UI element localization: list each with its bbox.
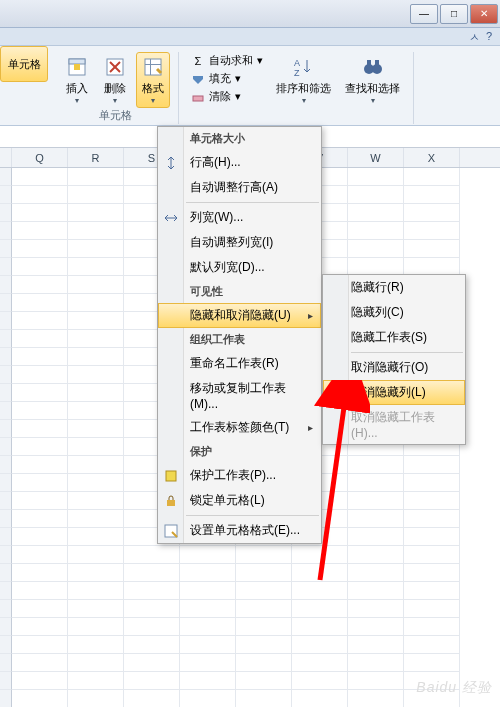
cell[interactable] <box>12 276 68 294</box>
cell[interactable] <box>12 528 68 546</box>
cell[interactable] <box>68 492 124 510</box>
menu-autofit-row[interactable]: 自动调整行高(A) <box>158 175 321 200</box>
cell[interactable] <box>236 654 292 672</box>
cell[interactable] <box>236 690 292 707</box>
cell[interactable] <box>292 564 348 582</box>
cell[interactable] <box>236 600 292 618</box>
cell[interactable] <box>12 546 68 564</box>
cell[interactable] <box>236 582 292 600</box>
cell[interactable] <box>404 240 460 258</box>
cell[interactable] <box>68 456 124 474</box>
cell[interactable] <box>12 492 68 510</box>
cell[interactable] <box>68 690 124 707</box>
cell[interactable] <box>348 528 404 546</box>
delete-button[interactable]: 删除 ▾ <box>98 52 132 108</box>
menu-col-width[interactable]: 列宽(W)... <box>158 205 321 230</box>
cell[interactable] <box>12 582 68 600</box>
cell[interactable] <box>0 456 12 474</box>
cell[interactable] <box>292 654 348 672</box>
cell[interactable] <box>12 420 68 438</box>
cell[interactable] <box>124 654 180 672</box>
clear-button[interactable]: 清除 ▾ <box>187 88 267 105</box>
submenu-unhide-cols[interactable]: 取消隐藏列(L) <box>323 380 465 405</box>
cell[interactable] <box>68 546 124 564</box>
cell[interactable] <box>404 600 460 618</box>
cell[interactable] <box>12 654 68 672</box>
menu-move-copy-sheet[interactable]: 移动或复制工作表(M)... <box>158 376 321 415</box>
cell[interactable] <box>0 366 12 384</box>
cell[interactable] <box>180 690 236 707</box>
cell[interactable] <box>348 618 404 636</box>
cell[interactable] <box>236 672 292 690</box>
cell[interactable] <box>0 222 12 240</box>
cell[interactable] <box>348 222 404 240</box>
find-select-button[interactable]: 查找和选择 ▾ <box>340 52 405 108</box>
cell[interactable] <box>0 654 12 672</box>
cell[interactable] <box>348 204 404 222</box>
cell[interactable] <box>68 240 124 258</box>
cell[interactable] <box>0 258 12 276</box>
cell[interactable] <box>0 564 12 582</box>
cell[interactable] <box>348 240 404 258</box>
cell[interactable] <box>236 546 292 564</box>
cell[interactable] <box>404 528 460 546</box>
cell[interactable] <box>12 294 68 312</box>
cell[interactable] <box>68 402 124 420</box>
cell[interactable] <box>404 222 460 240</box>
col-header[interactable]: W <box>348 148 404 167</box>
cell[interactable] <box>348 672 404 690</box>
cell[interactable] <box>68 474 124 492</box>
autosum-button[interactable]: Σ 自动求和 ▾ <box>187 52 267 69</box>
cell[interactable] <box>12 456 68 474</box>
cell[interactable] <box>348 492 404 510</box>
cell[interactable] <box>12 348 68 366</box>
menu-format-cells[interactable]: 设置单元格格式(E)... <box>158 518 321 543</box>
menu-hide-unhide[interactable]: 隐藏和取消隐藏(U) ▸ <box>158 303 321 328</box>
cell[interactable] <box>12 636 68 654</box>
cell[interactable] <box>180 654 236 672</box>
cell[interactable] <box>348 168 404 186</box>
cell[interactable] <box>0 600 12 618</box>
cell[interactable] <box>348 510 404 528</box>
menu-protect-sheet[interactable]: 保护工作表(P)... <box>158 463 321 488</box>
cell[interactable] <box>0 402 12 420</box>
cell[interactable] <box>0 384 12 402</box>
submenu-hide-sheet[interactable]: 隐藏工作表(S) <box>323 325 465 350</box>
cell[interactable] <box>12 474 68 492</box>
cell[interactable] <box>12 312 68 330</box>
menu-tab-color[interactable]: 工作表标签颜色(T) ▸ <box>158 415 321 440</box>
cell-styles-clipped[interactable]: 单元格 <box>0 46 48 82</box>
cell[interactable] <box>0 420 12 438</box>
cell[interactable] <box>12 618 68 636</box>
cell[interactable] <box>292 600 348 618</box>
cell[interactable] <box>68 420 124 438</box>
submenu-hide-cols[interactable]: 隐藏列(C) <box>323 300 465 325</box>
cell[interactable] <box>0 636 12 654</box>
cell[interactable] <box>12 402 68 420</box>
cell[interactable] <box>68 618 124 636</box>
cell[interactable] <box>404 654 460 672</box>
cell[interactable] <box>0 168 12 186</box>
cell[interactable] <box>0 582 12 600</box>
cell[interactable] <box>68 168 124 186</box>
cell[interactable] <box>68 258 124 276</box>
cell[interactable] <box>124 672 180 690</box>
cell[interactable] <box>68 438 124 456</box>
cell[interactable] <box>292 546 348 564</box>
cell[interactable] <box>68 582 124 600</box>
ribbon-collapse-icon[interactable]: ㅅ <box>469 30 480 43</box>
submenu-unhide-rows[interactable]: 取消隐藏行(O) <box>323 355 465 380</box>
cell[interactable] <box>348 600 404 618</box>
cell[interactable] <box>404 636 460 654</box>
cell[interactable] <box>0 672 12 690</box>
cell[interactable] <box>0 546 12 564</box>
cell[interactable] <box>348 690 404 707</box>
cell[interactable] <box>180 636 236 654</box>
cell[interactable] <box>0 294 12 312</box>
col-header[interactable]: X <box>404 148 460 167</box>
cell[interactable] <box>12 564 68 582</box>
cell[interactable] <box>404 582 460 600</box>
cell[interactable] <box>0 690 12 707</box>
cell[interactable] <box>68 222 124 240</box>
cell[interactable] <box>404 546 460 564</box>
